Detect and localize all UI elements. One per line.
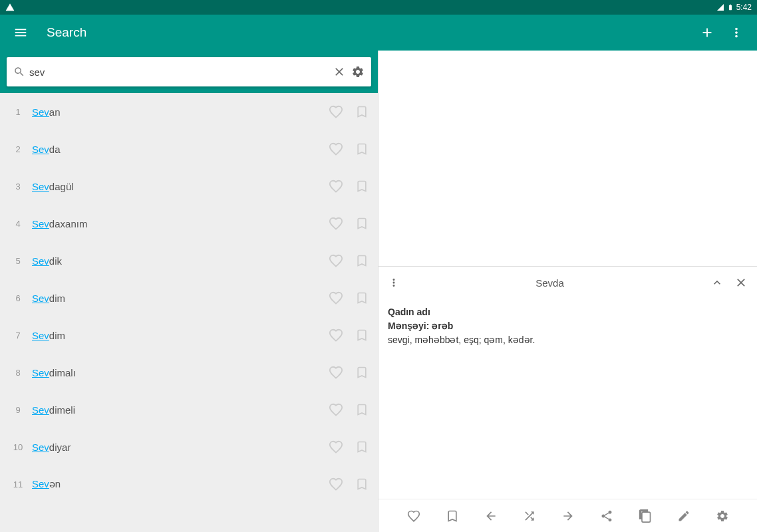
- detail-panel: Sevda Qadın adı Mənşəyi: ərəb sevgi, məh…: [378, 51, 757, 532]
- detail-line1: Qadın adı: [388, 305, 748, 319]
- signal-icon: [716, 3, 724, 11]
- detail-body: Qadın adı Mənşəyi: ərəb sevgi, məhəbbət,…: [378, 299, 757, 499]
- list-num: 3: [9, 182, 27, 192]
- bookmark-icon[interactable]: [355, 291, 369, 305]
- menu-icon[interactable]: [13, 25, 28, 40]
- list-word: Sevdik: [32, 255, 329, 267]
- list-item[interactable]: 3 Sevdagül: [0, 168, 378, 205]
- list-num: 5: [9, 256, 27, 266]
- list-num: 10: [9, 442, 27, 452]
- list-item[interactable]: 1 Sevan: [0, 93, 378, 130]
- settings-icon[interactable]: [716, 509, 729, 523]
- heart-icon[interactable]: [329, 104, 343, 119]
- list-num: 6: [9, 293, 27, 303]
- list-item[interactable]: 10 Sevdiyar: [0, 428, 378, 466]
- list-word: Sevdim: [32, 293, 329, 304]
- bookmark-icon[interactable]: [355, 216, 369, 231]
- list-word: Sevdiyar: [32, 442, 329, 453]
- heart-icon[interactable]: [329, 253, 343, 268]
- heart-icon[interactable]: [329, 402, 343, 417]
- bookmark-icon[interactable]: [355, 365, 369, 380]
- bookmark-icon[interactable]: [355, 179, 369, 194]
- bookmark-icon[interactable]: [355, 253, 369, 268]
- detail-more-icon[interactable]: [388, 277, 400, 289]
- app-bar: Search: [0, 15, 757, 51]
- heart-icon[interactable]: [329, 216, 343, 231]
- heart-icon[interactable]: [407, 509, 420, 523]
- search-panel: 1 Sevan 2 Sevda 3 Sevdagül 4 Sevdaxanım …: [0, 51, 378, 532]
- search-input[interactable]: [29, 66, 327, 78]
- list-word: Sevdim: [32, 330, 329, 341]
- detail-card: Sevda Qadın adı Mənşəyi: ərəb sevgi, məh…: [378, 266, 757, 532]
- more-vert-icon[interactable]: [729, 25, 744, 40]
- list-num: 2: [9, 144, 27, 154]
- list-item[interactable]: 4 Sevdaxanım: [0, 205, 378, 242]
- list-word: Sevdimeli: [32, 404, 329, 416]
- battery-icon: [727, 3, 734, 12]
- heart-icon[interactable]: [329, 142, 343, 156]
- detail-line2-value: ərəb: [432, 321, 453, 331]
- status-bar: 5:42: [0, 0, 757, 15]
- bookmark-icon[interactable]: [355, 142, 369, 156]
- list-num: 7: [9, 331, 27, 340]
- clear-icon[interactable]: [333, 65, 346, 78]
- bookmark-icon[interactable]: [446, 509, 459, 523]
- list-num: 11: [9, 479, 27, 489]
- list-item[interactable]: 2 Sevda: [0, 130, 378, 168]
- list-word: Sevən: [32, 478, 329, 490]
- list-item[interactable]: 8 Sevdimalı: [0, 354, 378, 391]
- detail-title: Sevda: [400, 277, 700, 289]
- page-title: Search: [47, 25, 86, 40]
- list-item[interactable]: 5 Sevdik: [0, 242, 378, 279]
- detail-line3: sevgi, məhəbbət, eşq; qəm, kədər.: [388, 333, 748, 347]
- list-word: Sevdimalı: [32, 367, 329, 378]
- list-item[interactable]: 7 Sevdim: [0, 317, 378, 354]
- list-word: Sevda: [32, 144, 329, 155]
- arrow-right-icon[interactable]: [561, 509, 575, 523]
- bookmark-icon[interactable]: [355, 104, 369, 119]
- copy-icon[interactable]: [639, 509, 652, 523]
- edit-icon[interactable]: [677, 509, 690, 523]
- heart-icon[interactable]: [329, 477, 343, 491]
- search-box[interactable]: [7, 57, 371, 86]
- results-list[interactable]: 1 Sevan 2 Sevda 3 Sevdagül 4 Sevdaxanım …: [0, 93, 378, 532]
- bookmark-icon[interactable]: [355, 328, 369, 342]
- bookmark-icon[interactable]: [355, 402, 369, 417]
- list-word: Sevdaxanım: [32, 218, 329, 229]
- shuffle-icon[interactable]: [523, 509, 536, 523]
- list-word: Sevan: [32, 106, 329, 118]
- list-num: 4: [9, 219, 27, 229]
- bookmark-icon[interactable]: [355, 477, 369, 491]
- detail-line2-label: Mənşəyi:: [388, 321, 429, 331]
- list-num: 8: [9, 368, 27, 378]
- list-num: 9: [9, 405, 27, 415]
- list-item[interactable]: 6 Sevdim: [0, 279, 378, 317]
- list-word: Sevdagül: [32, 181, 329, 192]
- search-container: [0, 51, 378, 93]
- bookmark-icon[interactable]: [355, 440, 369, 454]
- list-item[interactable]: 11 Sevən: [0, 466, 378, 503]
- close-icon[interactable]: [734, 276, 748, 289]
- collapse-icon[interactable]: [710, 276, 724, 289]
- heart-icon[interactable]: [329, 328, 343, 342]
- heart-icon[interactable]: [329, 179, 343, 194]
- arrow-left-icon[interactable]: [484, 509, 498, 523]
- heart-icon[interactable]: [329, 365, 343, 380]
- warning-icon: [5, 3, 15, 12]
- add-icon[interactable]: [700, 25, 714, 40]
- heart-icon[interactable]: [329, 440, 343, 454]
- list-item[interactable]: 9 Sevdimeli: [0, 391, 378, 428]
- search-icon: [13, 66, 25, 78]
- gear-icon[interactable]: [351, 65, 365, 78]
- list-num: 1: [9, 107, 27, 117]
- status-time: 5:42: [736, 3, 752, 12]
- heart-icon[interactable]: [329, 291, 343, 305]
- detail-toolbar: [378, 499, 757, 532]
- share-icon[interactable]: [600, 509, 613, 523]
